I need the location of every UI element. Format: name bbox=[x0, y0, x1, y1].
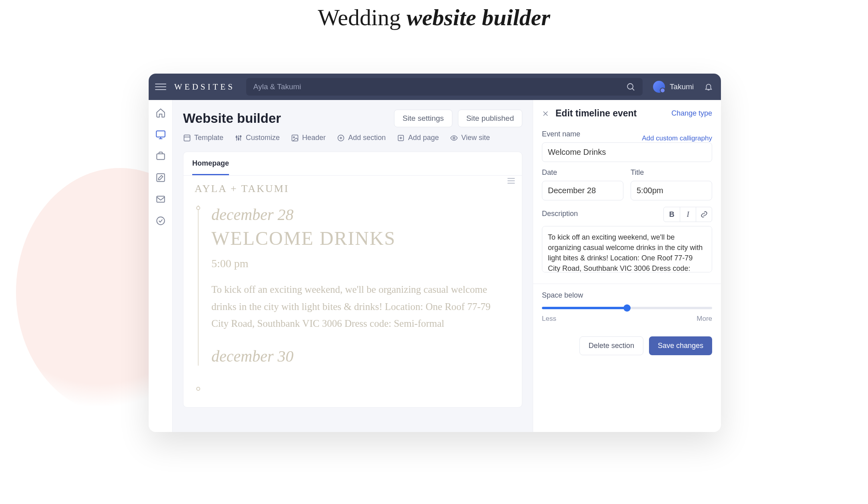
tool-header[interactable]: Header bbox=[291, 134, 326, 142]
svg-line-1 bbox=[632, 88, 634, 90]
main-area: Website builder Site settings Site publi… bbox=[173, 100, 721, 432]
app-body: Website builder Site settings Site publi… bbox=[149, 100, 721, 432]
section-menu-icon[interactable] bbox=[508, 178, 515, 184]
timeline-time: 5:00 pm bbox=[211, 257, 511, 270]
svg-rect-5 bbox=[157, 154, 165, 160]
panel-body: Event name Add custom calligraphy Date T… bbox=[533, 127, 721, 323]
rail-check-icon[interactable] bbox=[155, 215, 166, 226]
timeline-title: WELCOME DRINKS bbox=[211, 227, 511, 249]
rail-home-icon[interactable] bbox=[155, 107, 166, 118]
site-published-button[interactable]: Site published bbox=[458, 110, 522, 127]
close-icon[interactable] bbox=[542, 110, 549, 117]
bell-icon[interactable] bbox=[704, 82, 713, 91]
brand-logo: WEDSITES bbox=[174, 82, 235, 92]
panel-footer: Delete section Save changes bbox=[533, 327, 721, 365]
timeline-dot bbox=[196, 387, 200, 391]
tool-add-page[interactable]: Add page bbox=[397, 134, 439, 142]
search-icon[interactable] bbox=[626, 82, 635, 92]
tool-template-label: Template bbox=[194, 134, 223, 142]
avatar bbox=[653, 81, 665, 93]
event-name-label: Event name bbox=[542, 130, 580, 138]
italic-button[interactable]: I bbox=[680, 207, 696, 222]
timeline-dot bbox=[196, 206, 200, 210]
slider-more-label: More bbox=[697, 315, 712, 323]
tool-add-section-label: Add section bbox=[348, 134, 386, 142]
svg-rect-6 bbox=[157, 174, 165, 182]
link-button[interactable] bbox=[696, 207, 712, 222]
svg-point-8 bbox=[157, 217, 165, 225]
rail-briefcase-icon[interactable] bbox=[155, 150, 166, 162]
timeline: december 28 WELCOME DRINKS 5:00 pm To ki… bbox=[198, 205, 511, 366]
rail-mail-icon[interactable] bbox=[155, 194, 166, 205]
save-changes-button[interactable]: Save changes bbox=[649, 336, 712, 355]
event-name-input[interactable] bbox=[542, 142, 712, 162]
tool-add-section[interactable]: Add section bbox=[337, 134, 386, 142]
page-hero: Wedding website builder bbox=[0, 0, 868, 31]
tool-header-label: Header bbox=[302, 134, 326, 142]
svg-rect-17 bbox=[292, 135, 298, 141]
tab-strip: Homepage bbox=[183, 152, 522, 176]
svg-point-18 bbox=[293, 136, 295, 138]
title-input[interactable] bbox=[631, 181, 712, 200]
svg-rect-7 bbox=[157, 196, 165, 202]
couple-name: AYLA + TAKUMI bbox=[195, 183, 511, 195]
builder-header: Website builder Site settings Site publi… bbox=[183, 110, 522, 127]
tool-customize-label: Customize bbox=[246, 134, 280, 142]
timeline-date: december 30 bbox=[211, 347, 511, 366]
divider bbox=[533, 284, 721, 284]
app-window: WEDSITES Takumi Website builder bbox=[149, 74, 721, 432]
user-chip[interactable]: Takumi bbox=[653, 81, 694, 93]
topbar: WEDSITES Takumi bbox=[149, 74, 721, 100]
side-rail bbox=[149, 100, 173, 432]
search-box[interactable] bbox=[246, 78, 643, 96]
title-label: Title bbox=[631, 168, 712, 177]
panel-head-left: Edit timeline event bbox=[542, 108, 637, 119]
builder-title: Website builder bbox=[183, 111, 281, 126]
svg-point-25 bbox=[453, 137, 455, 139]
canvas: Homepage AYLA + TAKUMI december 28 WELCO… bbox=[183, 152, 522, 408]
preview: AYLA + TAKUMI december 28 WELCOME DRINKS… bbox=[183, 176, 522, 366]
timeline-desc: To kick off an exciting weekend, we'll b… bbox=[211, 281, 491, 332]
timeline-date: december 28 bbox=[211, 205, 511, 224]
add-calligraphy-link[interactable]: Add custom calligraphy bbox=[642, 134, 712, 142]
space-below-slider[interactable] bbox=[542, 307, 712, 309]
space-below-label: Space below bbox=[542, 291, 712, 300]
tab-homepage[interactable]: Homepage bbox=[192, 159, 229, 175]
description-textarea[interactable] bbox=[542, 226, 712, 272]
bold-button[interactable]: B bbox=[664, 207, 680, 222]
hero-prefix: Wedding bbox=[318, 4, 406, 30]
tool-template[interactable]: Template bbox=[183, 134, 223, 142]
panel-head: Edit timeline event Change type bbox=[533, 100, 721, 127]
builder-toolbar: Template Customize Header Add section Ad… bbox=[183, 134, 522, 142]
tool-customize[interactable]: Customize bbox=[235, 134, 280, 142]
svg-point-0 bbox=[627, 84, 633, 89]
username: Takumi bbox=[670, 82, 694, 91]
delete-section-button[interactable]: Delete section bbox=[579, 336, 643, 355]
hero-emphasis: website builder bbox=[407, 4, 550, 30]
rte-tools: B I bbox=[663, 207, 712, 222]
site-settings-button[interactable]: Site settings bbox=[394, 110, 452, 127]
panel-title: Edit timeline event bbox=[555, 108, 637, 119]
builder-actions: Site settings Site published bbox=[394, 110, 522, 127]
change-type-link[interactable]: Change type bbox=[671, 109, 712, 118]
svg-rect-9 bbox=[184, 135, 190, 141]
slider-labels: Less More bbox=[542, 315, 712, 323]
tool-view-site-label: View site bbox=[461, 134, 490, 142]
svg-rect-2 bbox=[156, 131, 165, 137]
date-input[interactable] bbox=[542, 181, 623, 200]
search-input[interactable] bbox=[253, 82, 626, 91]
builder-pane: Website builder Site settings Site publi… bbox=[173, 100, 533, 432]
rail-monitor-icon[interactable] bbox=[155, 129, 166, 140]
menu-icon[interactable] bbox=[155, 81, 166, 92]
slider-less-label: Less bbox=[542, 315, 556, 323]
tool-add-page-label: Add page bbox=[408, 134, 439, 142]
date-label: Date bbox=[542, 168, 623, 177]
edit-panel: Edit timeline event Change type Event na… bbox=[533, 100, 721, 432]
description-label: Description bbox=[542, 210, 578, 218]
tool-view-site[interactable]: View site bbox=[450, 134, 490, 142]
rail-edit-icon[interactable] bbox=[155, 172, 166, 183]
